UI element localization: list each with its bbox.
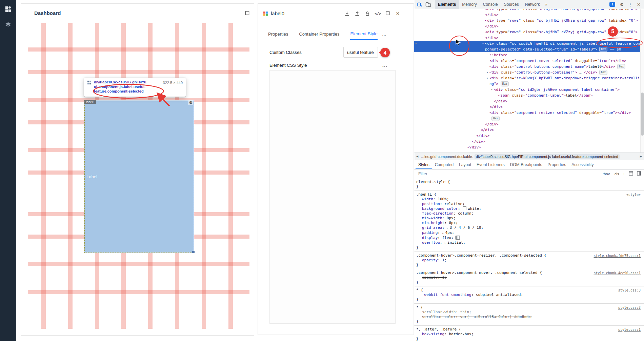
css-property[interactable]: scrollbar-color: var(--uiScrollBarColor)…	[416, 315, 641, 319]
tree-expand-arrow[interactable]: ▸	[486, 69, 489, 75]
tree-node[interactable]: </div>	[414, 12, 644, 18]
layers-icon[interactable]	[4, 21, 12, 30]
gear-icon[interactable]: ⚙	[188, 100, 193, 105]
styles-filter-input[interactable]	[418, 171, 487, 177]
css-property[interactable]: grid-area: ▸3 / 4 / 6 / 10;	[416, 225, 641, 230]
element-css-style-more-icon[interactable]: …	[382, 62, 387, 68]
css-rule[interactable]: .component-hover>.component-mover, .comp…	[414, 269, 644, 286]
more-tabs-icon[interactable]: »	[543, 2, 549, 7]
maximize-icon[interactable]	[385, 11, 390, 17]
tree-node[interactable]: flex	[414, 116, 644, 121]
tree-node[interactable]: </div>	[414, 133, 644, 139]
label0-component[interactable]: label0 ⚙ Label	[84, 100, 194, 253]
hover-state-button[interactable]: :hov	[603, 172, 610, 176]
breadcrumb-right-icon[interactable]: ▶	[639, 155, 643, 158]
tree-node[interactable]: ponent-selected" data-selected="true" id…	[414, 46, 644, 52]
tree-node[interactable]: </div>	[414, 144, 644, 150]
tab-container-properties[interactable]: Container Properties	[299, 28, 339, 40]
scrollbar-thumb[interactable]	[641, 93, 644, 136]
class-toggle-button[interactable]: .cls	[613, 172, 619, 176]
tree-node[interactable]: ▾<div class="sc-idXgbr jzAHew component-…	[414, 87, 644, 93]
maximize-icon[interactable]	[245, 11, 249, 17]
settings-gear-icon[interactable]: ⚙	[620, 2, 624, 7]
breadcrumb-item[interactable]: …les.grid-component.dockable.	[419, 154, 475, 159]
close-icon[interactable]: ✕	[637, 2, 641, 7]
tree-node[interactable]: </div>	[414, 35, 644, 41]
tree-node[interactable]: ▾<div class="sc-csuSiG hpeFlE ui-compone…	[414, 41, 644, 46]
tree-node[interactable]: <div class="control-buttons-component-na…	[414, 64, 644, 69]
css-rule[interactable]: .component-hover>.component-resizer, .co…	[414, 252, 644, 269]
tab-computed[interactable]: Computed	[432, 160, 456, 169]
tab-properties[interactable]: Properties	[268, 28, 288, 40]
tree-node[interactable]: ::before	[414, 52, 644, 58]
widgets-icon[interactable]	[4, 5, 12, 14]
tree-node[interactable]: </div>	[414, 139, 644, 144]
css-property[interactable]: overflow: ▸initial;	[416, 240, 641, 245]
css-property[interactable]: opacity: 1;	[416, 258, 641, 263]
tree-expand-arrow[interactable]: ▾	[481, 41, 485, 46]
breadcrumb-item-selected[interactable]: div#label0.sc-csuSiG.hpeFlE.ui-component…	[475, 154, 620, 159]
css-property[interactable]: opacity: 1;	[416, 275, 641, 280]
code-icon[interactable]: </>	[375, 11, 380, 17]
device-toolbar-icon[interactable]	[425, 2, 431, 7]
tab-styles[interactable]: Styles	[416, 160, 432, 169]
tree-node[interactable]: </div>	[414, 127, 644, 133]
devtools-tab-memory[interactable]: Memory	[459, 0, 480, 9]
custom-classes-input[interactable]	[343, 47, 378, 58]
color-swatch[interactable]	[463, 206, 466, 210]
tree-node[interactable]: <div class="component-mover selected" dr…	[414, 58, 644, 64]
tree-node[interactable]: ▸<div class="control-buttons-container">…	[414, 69, 644, 75]
css-property[interactable]: min-height: 0px;	[416, 221, 641, 225]
css-rule[interactable]: element.style {}	[414, 178, 644, 191]
css-rule[interactable]: *, :after, :before {style.css:1box-sizin…	[414, 326, 644, 341]
tree-expand-arrow[interactable]: ▾	[490, 87, 494, 93]
stylesheet-link[interactable]: style.chunk…4ee90.css:1	[594, 271, 641, 276]
tree-node[interactable]: <span class="component-label">label</spa…	[414, 93, 644, 98]
css-property[interactable]: flex-direction: column;	[416, 211, 641, 216]
css-property[interactable]: -webkit-font-smoothing: subpixel-antiali…	[416, 293, 641, 297]
tree-node[interactable]: ng">flex	[414, 81, 644, 87]
grid-overlay-icon[interactable]	[629, 171, 633, 176]
css-property[interactable]: position: relative;	[416, 202, 641, 206]
lock-icon[interactable]	[364, 11, 370, 17]
tab-dom-breakpoints[interactable]: DOM Breakpoints	[507, 160, 545, 169]
issues-badge[interactable]: 1	[609, 2, 615, 7]
stylesheet-link[interactable]: <style>	[626, 193, 641, 197]
stylesheet-link[interactable]: style.css:3	[618, 305, 641, 310]
css-property[interactable]: background-color: white;	[416, 206, 641, 211]
tree-node[interactable]: </div>	[414, 121, 644, 127]
css-property[interactable]: min-width: 0px;	[416, 216, 641, 221]
resize-handle[interactable]	[192, 251, 195, 253]
tree-expand-arrow[interactable]: ▾	[486, 75, 489, 81]
inspect-element-icon[interactable]	[417, 2, 423, 7]
tab-element-style[interactable]: Element Style	[350, 28, 377, 40]
stylesheet-link[interactable]: style.chunk…fde75.css:1	[594, 254, 641, 258]
css-rule[interactable]: * {style.css:3scrollbar-width: thin;scro…	[414, 304, 644, 326]
css-property[interactable]: display: flex;	[416, 236, 641, 240]
kebab-menu-icon[interactable]: ⋮	[628, 2, 632, 7]
devtools-tab-network[interactable]: Network	[522, 0, 543, 9]
tree-node[interactable]: <div type="rows" class="sc-bjfHbI bdRrUd…	[414, 9, 644, 12]
download-icon[interactable]	[344, 11, 350, 17]
devtools-tab-console[interactable]: Console	[480, 0, 501, 9]
css-property[interactable]: width: 100%;	[416, 197, 641, 202]
tab-properties[interactable]: Properties	[545, 160, 569, 169]
tree-node[interactable]: <div type="rows" class="sc-bjfHbI jKOhsa…	[414, 18, 644, 23]
tabs-more-icon[interactable]: …	[382, 28, 386, 40]
upload-icon[interactable]	[354, 11, 360, 17]
flex-editor-icon[interactable]	[455, 236, 460, 240]
tree-node[interactable]: ▾<div class="sc-kDvujY kpTwBT ant-dropdo…	[414, 75, 644, 81]
tree-node[interactable]: </div>	[414, 104, 644, 110]
css-rule[interactable]: .hpeFlE {<style>width: 100%;position: re…	[414, 191, 644, 252]
css-property[interactable]: padding: ▸4px;	[416, 230, 641, 236]
breadcrumb-left-icon[interactable]: ◀	[415, 155, 419, 158]
close-icon[interactable]: ✕	[395, 11, 401, 17]
computed-sidebar-icon[interactable]	[637, 171, 641, 176]
element-css-style-editor[interactable]	[269, 70, 396, 324]
scrollbar-track[interactable]	[640, 9, 644, 153]
css-property[interactable]: box-sizing: border-box;	[416, 332, 641, 337]
tab-event-listeners[interactable]: Event Listeners	[474, 160, 507, 169]
new-style-rule-button[interactable]: +	[623, 172, 625, 176]
devtools-tab-elements[interactable]: Elements	[435, 0, 459, 9]
tab-layout[interactable]: Layout	[456, 160, 474, 169]
